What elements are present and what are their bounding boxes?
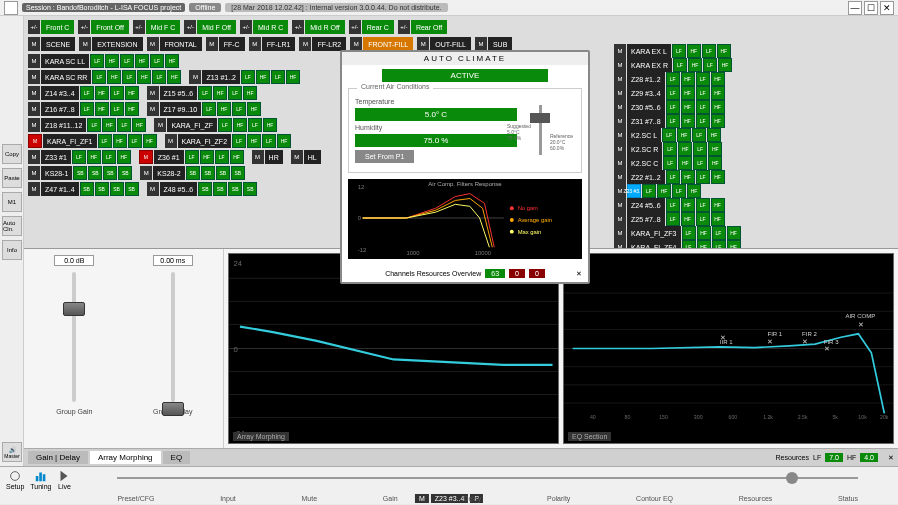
channel-cell[interactable]: LF <box>150 54 164 68</box>
tab-eq[interactable]: EQ <box>163 451 191 464</box>
copy-button[interactable]: Copy <box>2 144 22 164</box>
speaker-group[interactable]: MKARA_FI_ZFLFHFLFHF <box>154 118 277 132</box>
channel-cell[interactable]: SB <box>201 166 215 180</box>
channel-cell[interactable]: LF <box>128 134 142 148</box>
mute-toggle[interactable]: M <box>614 226 626 240</box>
channel-cell[interactable]: SB <box>73 166 87 180</box>
speaker-group[interactable]: MKARA_FI_ZF3LFHFLFHF <box>614 226 888 240</box>
channel-cell[interactable]: SB <box>231 166 245 180</box>
group-gain-slider[interactable]: 0.0 dB Group Gain <box>30 255 119 442</box>
channel-cell[interactable]: LF <box>262 134 276 148</box>
mute-toggle[interactable]: M <box>614 156 626 170</box>
group-name[interactable]: KARA_FI_ZF1 <box>43 134 97 148</box>
group-name[interactable]: Z23 #3..4 <box>627 184 641 198</box>
channel-cell[interactable]: HF <box>681 114 695 128</box>
channel-cell[interactable]: LF <box>672 44 686 58</box>
channel-cell[interactable]: SB <box>243 182 257 196</box>
mute-toggle[interactable]: M <box>28 166 40 180</box>
channel-cell[interactable]: LF <box>228 86 242 100</box>
channel-cell[interactable]: SB <box>88 166 102 180</box>
workflow-step[interactable]: Mute <box>301 495 317 502</box>
group-name[interactable]: KS28-1 <box>41 166 72 180</box>
channel-cell[interactable]: HF <box>117 150 131 164</box>
channel-cell[interactable]: HF <box>132 118 146 132</box>
zone-button[interactable]: Mid F C <box>146 20 181 34</box>
channel-cell[interactable]: HF <box>95 86 109 100</box>
channel-cell[interactable]: HF <box>107 70 121 84</box>
zone-toggle[interactable]: +/- <box>292 20 304 34</box>
auto-climate-button[interactable]: Auto Cln. <box>2 216 22 236</box>
climate-slider[interactable]: Suggested 5.0°C 75.0% Reference 20.0°C 6… <box>515 105 565 165</box>
channel-cell[interactable]: HF <box>233 118 247 132</box>
channel-cell[interactable]: LF <box>696 212 710 226</box>
channel-cell[interactable]: HF <box>256 70 270 84</box>
zone-button[interactable]: Rear C <box>362 20 394 34</box>
group-name[interactable]: KARA_FI_ZF4 <box>627 240 681 248</box>
group-name[interactable]: Z24 #5..6 <box>627 198 665 212</box>
scene-button[interactable]: SCENE <box>41 37 75 51</box>
channel-cell[interactable]: HF <box>167 70 181 84</box>
mute-toggle[interactable]: M <box>147 182 159 196</box>
channel-cell[interactable]: SB <box>186 166 200 180</box>
speaker-group[interactable]: MKARA SC RRLFHFLFHFLFHF <box>28 70 181 84</box>
speaker-group[interactable]: MZ29 #3..4LFHFLFHF <box>614 86 888 100</box>
channel-cell[interactable]: HF <box>681 72 695 86</box>
speaker-group[interactable]: MKARA_FI_ZF2LFHFLFHF <box>165 134 292 148</box>
channel-cell[interactable]: HF <box>217 102 231 116</box>
channel-cell[interactable]: LF <box>696 86 710 100</box>
mute-toggle[interactable]: M <box>28 102 40 116</box>
channel-cell[interactable]: LF <box>110 102 124 116</box>
workflow-step[interactable]: Contour EQ <box>636 495 673 502</box>
speaker-group[interactable]: MHR <box>252 150 283 164</box>
zone-button[interactable]: Front Off <box>91 20 129 34</box>
speaker-group[interactable]: MZ13 #1..2LFHFLFHF <box>189 70 300 84</box>
channel-cell[interactable]: HF <box>711 72 725 86</box>
channel-cell[interactable]: LF <box>271 70 285 84</box>
group-name[interactable]: Z17 #9..10 <box>160 102 201 116</box>
zone-button[interactable]: Mid R C <box>253 20 288 34</box>
group-name[interactable]: KARA SC LL <box>41 54 89 68</box>
speaker-group[interactable]: MZ33 #1LFHFLFHF <box>28 150 131 164</box>
speaker-group[interactable]: MZ28 #1..2LFHFLFHF <box>614 72 888 86</box>
channel-cell[interactable]: HF <box>727 240 741 248</box>
zone-toggle[interactable]: +/- <box>184 20 196 34</box>
scene-button[interactable]: OUT-FILL <box>430 37 471 51</box>
channel-cell[interactable]: LF <box>72 150 86 164</box>
channel-cell[interactable]: LF <box>80 102 94 116</box>
channel-cell[interactable]: SB <box>110 182 124 196</box>
speaker-group[interactable]: MZ36 #1LFHFLFHF <box>139 150 244 164</box>
mute-toggle[interactable]: M <box>614 128 626 142</box>
group-name[interactable]: Z47 #1..4 <box>41 182 79 196</box>
mute-toggle[interactable]: M <box>28 70 40 84</box>
mute-toggle[interactable]: M <box>252 150 264 164</box>
mute-toggle[interactable]: M <box>614 212 626 226</box>
channel-cell[interactable]: LF <box>693 142 707 156</box>
channel-cell[interactable]: SB <box>95 182 109 196</box>
speaker-group[interactable]: MHL <box>291 150 321 164</box>
setup-tab[interactable]: Setup <box>6 469 24 502</box>
channel-cell[interactable]: LF <box>232 134 246 148</box>
channel-cell[interactable]: LF <box>666 100 680 114</box>
group-name[interactable]: KARA EX L <box>627 44 671 58</box>
scene-toggle[interactable]: M <box>147 37 159 51</box>
mute-toggle[interactable]: M <box>291 150 303 164</box>
workflow-step[interactable]: Preset/CFG <box>117 495 154 502</box>
channel-cell[interactable]: HF <box>711 114 725 128</box>
speaker-group[interactable]: MKARA_FI_ZF4LFHFLFHF <box>614 240 888 248</box>
humidity-value[interactable]: 75.0 % <box>355 134 517 147</box>
channel-cell[interactable]: LF <box>692 128 706 142</box>
channel-cell[interactable]: LF <box>663 156 677 170</box>
channel-cell[interactable]: HF <box>105 54 119 68</box>
group-name[interactable]: Z22 #1..2 <box>627 170 665 184</box>
modal-close-icon[interactable]: ✕ <box>576 270 582 278</box>
speaker-group[interactable]: MZ15 #5..6LFHFLFHF <box>147 86 258 100</box>
channel-cell[interactable]: LF <box>98 134 112 148</box>
channel-cell[interactable]: LF <box>712 226 726 240</box>
group-name[interactable]: Z31 #7..8 <box>627 114 665 128</box>
zone-toggle[interactable]: +/- <box>78 20 90 34</box>
group-name[interactable]: Z14 #3..4 <box>41 86 79 100</box>
channel-cell[interactable]: HF <box>711 100 725 114</box>
group-name[interactable]: Z18 #11..12 <box>41 118 86 132</box>
mute-toggle[interactable]: M <box>614 100 626 114</box>
channel-cell[interactable]: LF <box>666 212 680 226</box>
